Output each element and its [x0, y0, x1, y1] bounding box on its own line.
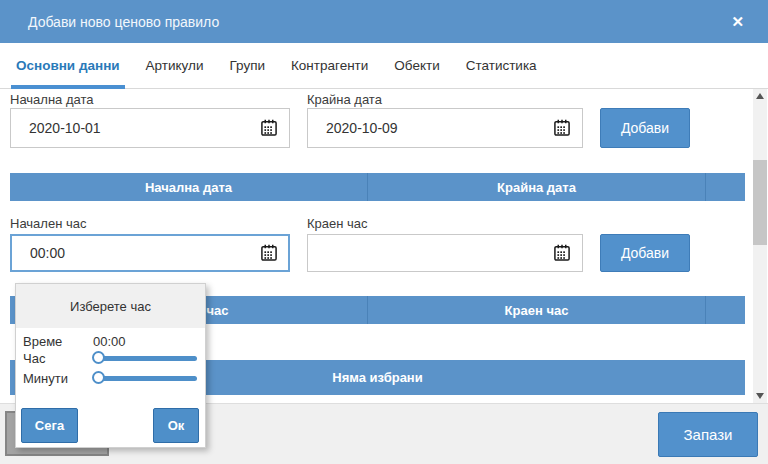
time-table-col-end: Краен час	[368, 296, 706, 324]
date-table-col-actions	[706, 173, 745, 201]
tab-kontragenti[interactable]: Контрагенти	[286, 43, 373, 88]
tab-bar: Основни данни Артикули Групи Контрагенти…	[0, 43, 768, 89]
ok-button[interactable]: Ок	[153, 408, 199, 443]
close-icon[interactable]: ✕	[731, 14, 744, 29]
end-date-label: Крайна дата	[307, 92, 382, 107]
tab-statistika[interactable]: Статистика	[461, 43, 542, 88]
minute-slider[interactable]	[93, 376, 197, 381]
add-time-range-button[interactable]: Добави	[600, 234, 690, 272]
start-time-label: Начален час	[10, 216, 86, 231]
time-picker-time-value: 00:00	[93, 334, 126, 349]
end-date-input[interactable]	[307, 108, 583, 148]
add-date-range-button[interactable]: Добави	[600, 108, 690, 148]
scroll-up-icon[interactable]	[753, 89, 767, 103]
minute-slider-thumb[interactable]	[92, 371, 105, 384]
start-time-input[interactable]	[10, 234, 290, 272]
calendar-icon[interactable]	[259, 118, 279, 138]
calendar-icon[interactable]	[259, 243, 279, 263]
dialog-titlebar: Добави ново ценово правило ✕	[0, 0, 768, 43]
save-button[interactable]: Запази	[658, 412, 758, 457]
tab-obekti[interactable]: Обекти	[389, 43, 444, 88]
date-table-col-start: Начална дата	[10, 173, 368, 201]
add-price-rule-dialog: Добави ново ценово правило ✕ Основни дан…	[0, 0, 768, 464]
tab-artikuli[interactable]: Артикули	[141, 43, 209, 88]
hour-slider[interactable]	[93, 356, 197, 361]
tab-osnovni-danni[interactable]: Основни данни	[11, 43, 125, 88]
now-button[interactable]: Сега	[21, 408, 78, 443]
end-time-input[interactable]	[307, 234, 583, 272]
date-table-col-end: Крайна дата	[368, 173, 706, 201]
calendar-icon[interactable]	[552, 118, 572, 138]
time-table-col-actions	[706, 296, 745, 324]
time-picker-title: Изберете час	[16, 284, 205, 328]
time-picker-popup: Изберете час Време 00:00 Час Минути Сега…	[15, 283, 206, 448]
time-picker-time-label: Време	[23, 334, 62, 349]
date-range-table-header: Начална дата Крайна дата	[10, 173, 745, 201]
start-date-label: Начална дата	[10, 92, 94, 107]
hour-slider-label: Час	[23, 351, 45, 366]
calendar-icon[interactable]	[552, 243, 572, 263]
end-time-field-wrap	[307, 234, 583, 272]
scroll-down-icon[interactable]	[753, 389, 767, 403]
tab-grupi[interactable]: Групи	[224, 43, 270, 88]
vertical-scrollbar[interactable]	[753, 89, 767, 403]
start-date-input[interactable]	[10, 108, 290, 148]
minute-slider-label: Минути	[23, 371, 68, 386]
end-time-label: Краен час	[307, 216, 368, 231]
dialog-title: Добави ново ценово правило	[28, 14, 219, 30]
start-date-field-wrap	[10, 108, 290, 148]
start-time-field-wrap	[10, 234, 290, 272]
scrollbar-thumb[interactable]	[753, 160, 767, 245]
end-date-field-wrap	[307, 108, 583, 148]
hour-slider-thumb[interactable]	[92, 351, 105, 364]
